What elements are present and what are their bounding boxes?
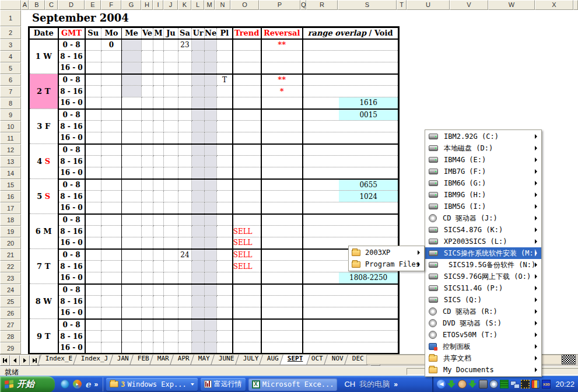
cell-Ur[interactable] (192, 39, 205, 51)
cell-Me[interactable] (122, 237, 142, 249)
trend-cell[interactable] (233, 74, 261, 86)
context-menu-item-控制面板[interactable]: 控制面板 (425, 341, 541, 352)
row-header-24[interactable]: 24 (0, 284, 21, 296)
column-header-B[interactable]: B (29, 0, 45, 10)
column-header-partial[interactable] (573, 0, 578, 10)
cell-Ve[interactable] (142, 156, 153, 167)
cell-Ju[interactable] (164, 74, 178, 86)
cell-Me[interactable] (122, 296, 142, 307)
cell-M[interactable] (153, 156, 164, 167)
cell-Ne[interactable] (205, 331, 217, 342)
cell-Pl[interactable] (217, 237, 233, 249)
cell-Me[interactable] (122, 62, 142, 74)
column-header-S[interactable]: S (338, 0, 397, 10)
column-header-V[interactable]: V (450, 0, 488, 10)
column-header-N[interactable]: N (215, 0, 230, 10)
range-cell[interactable] (303, 296, 399, 307)
context-menu-item-本地磁盘-D-[interactable]: 本地磁盘 (D:) (425, 142, 541, 154)
row-header-17[interactable]: 17 (0, 202, 21, 214)
context-menu-item-IBM6G-G-[interactable]: IBM6G (G:) (425, 177, 541, 189)
reversal-cell[interactable]: ** (261, 74, 303, 86)
cell-Mo[interactable] (101, 62, 122, 74)
cell-Pl[interactable] (217, 167, 233, 179)
cell-Ve[interactable] (142, 51, 153, 62)
reversal-cell[interactable] (261, 307, 303, 319)
cell-M[interactable] (153, 237, 164, 249)
cell-M[interactable] (153, 97, 164, 109)
column-header-X[interactable]: X (535, 0, 573, 10)
cell-Me[interactable] (122, 167, 142, 179)
cell-Ve[interactable] (142, 296, 153, 307)
cell-Ur[interactable] (192, 214, 205, 226)
cell-Ju[interactable] (164, 237, 178, 249)
range-cell[interactable] (303, 284, 399, 296)
cell-Ve[interactable] (142, 202, 153, 214)
cell-Sa[interactable] (178, 86, 192, 97)
cell-Su[interactable] (85, 249, 101, 261)
trend-cell[interactable]: SELL (233, 249, 261, 261)
gmt-cell[interactable]: 16 - 0 (58, 62, 85, 74)
header-planet-Me[interactable]: Me (122, 27, 142, 39)
cell-Ve[interactable] (142, 39, 153, 51)
cell-Ne[interactable] (205, 109, 217, 121)
trend-cell[interactable] (233, 307, 261, 319)
scrollbar-hatch[interactable] (562, 355, 576, 365)
start-button[interactable]: 开始 (0, 376, 55, 392)
range-cell[interactable] (303, 86, 399, 97)
gmt-cell[interactable]: 8 - 16 (58, 121, 85, 132)
trend-cell[interactable] (233, 202, 261, 214)
cell-Ur[interactable] (192, 86, 205, 97)
trend-cell[interactable] (233, 39, 261, 51)
date-cell-1[interactable]: 1 W (29, 39, 58, 74)
cell-Pl[interactable] (217, 319, 233, 331)
trend-cell[interactable] (233, 86, 261, 97)
column-header-U[interactable]: U (407, 0, 450, 10)
gmt-cell[interactable]: 8 - 16 (58, 86, 85, 97)
range-cell[interactable] (303, 331, 399, 342)
context-menu-item-SICS11-4G-P-[interactable]: SICS11.4G (P:) (425, 282, 541, 294)
cell-Mo[interactable] (101, 191, 122, 202)
cell-Ju[interactable] (164, 331, 178, 342)
cell-Sa[interactable] (178, 109, 192, 121)
cell-Ur[interactable] (192, 202, 205, 214)
reversal-cell[interactable]: ** (261, 39, 303, 51)
column-header-M[interactable]: M (204, 0, 215, 10)
cell-Mo[interactable] (101, 249, 122, 261)
cell-M[interactable] (153, 144, 164, 156)
cell-Ve[interactable] (142, 109, 153, 121)
column-header-C[interactable]: C (45, 0, 58, 10)
cell-Pl[interactable] (217, 272, 233, 284)
cell-Ve[interactable] (142, 132, 153, 144)
cell-Mo[interactable] (101, 167, 122, 179)
cell-Pl[interactable]: T (217, 74, 233, 86)
column-header-Q[interactable]: Q (300, 0, 306, 10)
cell-Ur[interactable] (192, 74, 205, 86)
cell-Su[interactable] (85, 156, 101, 167)
cell-Sa[interactable] (178, 272, 192, 284)
row-header-4[interactable]: 4 (0, 51, 21, 62)
snapshot-tool-icon[interactable] (479, 380, 488, 388)
gmt-cell[interactable]: 8 - 16 (58, 51, 85, 62)
range-cell[interactable] (303, 226, 399, 237)
header-planet-Sa[interactable]: Sa (178, 27, 192, 39)
cell-Sa[interactable] (178, 97, 192, 109)
cell-Pl[interactable] (217, 307, 233, 319)
cell-Ju[interactable] (164, 97, 178, 109)
internet-globe-icon[interactable] (61, 380, 69, 388)
cell-Su[interactable] (85, 39, 101, 51)
date-cell-6[interactable]: 6 M (29, 214, 58, 249)
reversal-cell[interactable] (261, 319, 303, 331)
cell-Sa[interactable] (178, 261, 192, 272)
taskbar-button-Microsoft-Exce-[interactable]: XMicrosoft Exce... (248, 378, 338, 391)
cell-Ve[interactable] (142, 319, 153, 331)
cell-Su[interactable] (85, 319, 101, 331)
cell-Mo[interactable] (101, 261, 122, 272)
column-header-W[interactable]: W (488, 0, 535, 10)
cell-Ur[interactable] (192, 226, 205, 237)
cell-Su[interactable] (85, 51, 101, 62)
cell-Ve[interactable] (142, 284, 153, 296)
cell-Ju[interactable] (164, 191, 178, 202)
row-header-29[interactable]: 29 (0, 342, 21, 354)
cell-Ve[interactable] (142, 121, 153, 132)
cell-Me[interactable] (122, 226, 142, 237)
